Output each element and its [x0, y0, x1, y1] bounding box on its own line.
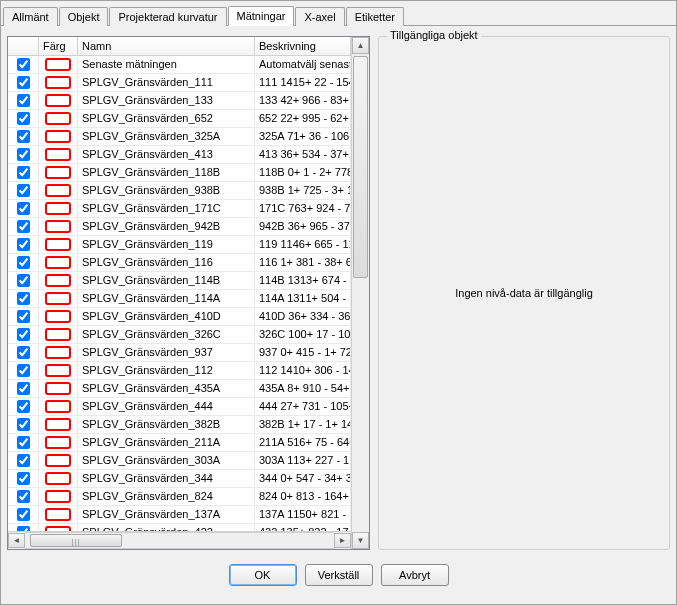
row-checkbox[interactable]	[8, 452, 39, 469]
table-row[interactable]: SPLGV_Gränsvärden_824824 0+ 813 - 164+ 1…	[8, 488, 351, 506]
color-swatch[interactable]	[45, 256, 71, 269]
row-color[interactable]	[39, 92, 78, 109]
row-color[interactable]	[39, 506, 78, 523]
row-checkbox[interactable]	[8, 236, 39, 253]
checkbox[interactable]	[17, 256, 30, 269]
row-checkbox[interactable]	[8, 434, 39, 451]
tab-etiketter[interactable]: Etiketter	[346, 7, 404, 26]
color-swatch[interactable]	[45, 454, 71, 467]
color-swatch[interactable]	[45, 184, 71, 197]
checkbox[interactable]	[17, 94, 30, 107]
table-row[interactable]: SPLGV_Gränsvärden_116116 1+ 381 - 38+ 67…	[8, 254, 351, 272]
table-row[interactable]: SPLGV_Gränsvärden_652652 22+ 995 - 62+ 8…	[8, 110, 351, 128]
row-checkbox[interactable]	[8, 74, 39, 91]
table-row[interactable]: SPLGV_Gränsvärden_325A325A 71+ 36 - 106+…	[8, 128, 351, 146]
checkbox[interactable]	[17, 418, 30, 431]
row-checkbox[interactable]	[8, 290, 39, 307]
checkbox[interactable]	[17, 508, 30, 521]
row-checkbox[interactable]	[8, 200, 39, 217]
checkbox[interactable]	[17, 274, 30, 287]
table-row[interactable]: SPLGV_Gränsvärden_111111 1415+ 22 - 1542…	[8, 74, 351, 92]
table-row[interactable]: SPLGV_Gränsvärden_382B382B 1+ 17 - 1+ 14…	[8, 416, 351, 434]
col-name[interactable]: Namn	[78, 37, 255, 55]
row-color[interactable]	[39, 524, 78, 531]
table-row[interactable]: Senaste mätningenAutomatvälj senaste m	[8, 56, 351, 74]
color-swatch[interactable]	[45, 346, 71, 359]
row-color[interactable]	[39, 182, 78, 199]
tab-allmänt[interactable]: Allmänt	[3, 7, 58, 26]
row-checkbox[interactable]	[8, 56, 39, 73]
row-color[interactable]	[39, 326, 78, 343]
row-checkbox[interactable]	[8, 92, 39, 109]
row-color[interactable]	[39, 308, 78, 325]
row-color[interactable]	[39, 74, 78, 91]
table-row[interactable]: SPLGV_Gränsvärden_444444 27+ 731 - 105+ …	[8, 398, 351, 416]
color-swatch[interactable]	[45, 202, 71, 215]
row-checkbox[interactable]	[8, 362, 39, 379]
color-swatch[interactable]	[45, 418, 71, 431]
tab-objekt[interactable]: Objekt	[59, 7, 109, 26]
table-row[interactable]: SPLGV_Gränsvärden_119119 1146+ 665 - 117…	[8, 236, 351, 254]
row-checkbox[interactable]	[8, 272, 39, 289]
table-row[interactable]: SPLGV_Gränsvärden_422422 135+ 822 - 174+	[8, 524, 351, 531]
row-color[interactable]	[39, 488, 78, 505]
scroll-right-icon[interactable]: ►	[334, 533, 351, 548]
checkbox[interactable]	[17, 58, 30, 71]
color-swatch[interactable]	[45, 490, 71, 503]
table-row[interactable]: SPLGV_Gränsvärden_413413 36+ 534 - 37+10…	[8, 146, 351, 164]
table-row[interactable]: SPLGV_Gränsvärden_303A303A 113+ 227 - 11…	[8, 452, 351, 470]
row-color[interactable]	[39, 398, 78, 415]
color-swatch[interactable]	[45, 94, 71, 107]
horizontal-scrollbar[interactable]: ◄ ►	[8, 531, 351, 549]
col-desc[interactable]: Beskrivning	[255, 37, 351, 55]
checkbox[interactable]	[17, 328, 30, 341]
row-checkbox[interactable]	[8, 218, 39, 235]
row-color[interactable]	[39, 344, 78, 361]
table-row[interactable]: SPLGV_Gränsvärden_118B118B 0+ 1 - 2+ 778…	[8, 164, 351, 182]
row-checkbox[interactable]	[8, 506, 39, 523]
row-color[interactable]	[39, 380, 78, 397]
vertical-scrollbar[interactable]: ▲ ▼	[351, 37, 369, 549]
row-color[interactable]	[39, 416, 78, 433]
row-color[interactable]	[39, 290, 78, 307]
color-swatch[interactable]	[45, 130, 71, 143]
vscroll-thumb[interactable]	[353, 56, 368, 278]
table-row[interactable]: SPLGV_Gränsvärden_211A211A 516+ 75 - 646…	[8, 434, 351, 452]
color-swatch[interactable]	[45, 292, 71, 305]
apply-button[interactable]: Verkställ	[305, 564, 373, 586]
row-color[interactable]	[39, 470, 78, 487]
row-color[interactable]	[39, 164, 78, 181]
row-color[interactable]	[39, 254, 78, 271]
color-swatch[interactable]	[45, 274, 71, 287]
col-check[interactable]	[8, 37, 39, 55]
tab-x-axel[interactable]: X-axel	[295, 7, 344, 26]
color-swatch[interactable]	[45, 148, 71, 161]
color-swatch[interactable]	[45, 400, 71, 413]
checkbox[interactable]	[17, 490, 30, 503]
color-swatch[interactable]	[45, 58, 71, 71]
checkbox[interactable]	[17, 400, 30, 413]
row-color[interactable]	[39, 110, 78, 127]
checkbox[interactable]	[17, 202, 30, 215]
row-checkbox[interactable]	[8, 308, 39, 325]
ok-button[interactable]: OK	[229, 564, 297, 586]
table-row[interactable]: SPLGV_Gränsvärden_326C326C 100+ 17 - 100…	[8, 326, 351, 344]
row-color[interactable]	[39, 272, 78, 289]
row-color[interactable]	[39, 218, 78, 235]
color-swatch[interactable]	[45, 328, 71, 341]
checkbox[interactable]	[17, 130, 30, 143]
color-swatch[interactable]	[45, 472, 71, 485]
table-row[interactable]: SPLGV_Gränsvärden_938B938B 1+ 725 - 3+ 1…	[8, 182, 351, 200]
row-checkbox[interactable]	[8, 254, 39, 271]
checkbox[interactable]	[17, 166, 30, 179]
checkbox[interactable]	[17, 346, 30, 359]
color-swatch[interactable]	[45, 526, 71, 531]
checkbox[interactable]	[17, 472, 30, 485]
color-swatch[interactable]	[45, 382, 71, 395]
color-swatch[interactable]	[45, 112, 71, 125]
tab-mätningar[interactable]: Mätningar	[228, 6, 295, 26]
row-checkbox[interactable]	[8, 524, 39, 531]
row-checkbox[interactable]	[8, 344, 39, 361]
row-checkbox[interactable]	[8, 398, 39, 415]
checkbox[interactable]	[17, 184, 30, 197]
